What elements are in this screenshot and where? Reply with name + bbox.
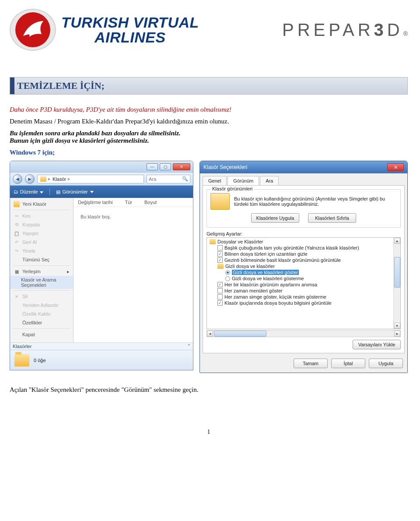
folder-views-icon xyxy=(210,193,230,210)
windows7-label: Windows 7 için; xyxy=(10,149,408,156)
radio-icon xyxy=(225,270,230,275)
menu-redo[interactable]: ↷Yinele xyxy=(10,246,73,255)
bird-icon xyxy=(20,17,46,43)
folder-icon xyxy=(217,264,224,269)
column-header[interactable]: Tür xyxy=(125,200,132,205)
explorer-window: — ▢ ✕ ◄ ► ▸ Klasör ▸ Ara 🔍 🗂Düzen xyxy=(10,161,193,370)
menu-remove-prop[interactable]: Özellik Kaldır xyxy=(10,310,73,318)
tab-strip: Genel Görünüm Ara xyxy=(200,173,407,185)
close-button[interactable]: ✕ xyxy=(387,163,404,171)
views-menu[interactable]: ▤Görünümler xyxy=(56,189,93,195)
tab-general[interactable]: Genel xyxy=(203,176,227,185)
tree-item[interactable]: ✓Gezinti bölmesinde basit klasör görünüm… xyxy=(208,257,392,263)
tab-search[interactable]: Ara xyxy=(260,176,279,185)
column-header[interactable]: Boyut xyxy=(144,200,157,205)
menu-copy[interactable]: ⧉Kopyala xyxy=(10,220,73,229)
instruction-text-3: Açılan "Klasör Seçenekleri" penceresinde… xyxy=(10,386,408,394)
tree-item[interactable]: Her zaman menüleri göster xyxy=(208,288,392,294)
tab-view[interactable]: Görünüm xyxy=(228,176,259,185)
minimize-button[interactable]: — xyxy=(147,163,158,170)
tree-item[interactable]: ✓Bilinen dosya türleri için uzantıları g… xyxy=(208,251,392,257)
explorer-toolbar: 🗂Düzenle ▤Görünümler xyxy=(10,186,193,198)
scroll-down-icon[interactable]: ▼ xyxy=(394,323,400,329)
copy-icon: ⧉ xyxy=(14,222,20,228)
instruction-text-2a: Bu işlemden sonra arka plandaki bazı dos… xyxy=(10,130,408,137)
brand-prepar3d: PREPAR3D® xyxy=(282,20,408,40)
breadcrumb[interactable]: ▸ Klasör ▸ xyxy=(37,175,144,183)
scrollbar-vertical[interactable]: ▲ ▼ xyxy=(393,238,400,329)
warning-text: Daha önce P3D kurulduysa, P3D'ye ait tüm… xyxy=(10,106,408,113)
tree-item-hide-hidden[interactable]: Gizli dosya ve klasörleri gösterme xyxy=(208,275,392,282)
menu-layout[interactable]: ▦Yerleşim▸ xyxy=(10,267,73,276)
scroll-thumb[interactable] xyxy=(394,257,400,288)
turkish-airlines-logo xyxy=(10,9,56,51)
folder-views-text: Bu klasör için kullandığınız görünümü (A… xyxy=(234,196,397,207)
dialog-titlebar: Klasör Seçenekleri ✕ xyxy=(200,161,407,173)
folders-pane-label[interactable]: Klasörler˄ xyxy=(10,342,193,350)
folder-icon xyxy=(210,239,216,244)
cancel-button[interactable]: İptal xyxy=(331,359,365,368)
status-bar: 0 öğe xyxy=(10,350,193,370)
page-header: TURKISH VIRTUAL AIRLINES PREPAR3D® xyxy=(10,9,408,51)
column-header[interactable]: Değiştirme tarihi xyxy=(78,200,112,205)
advanced-settings-label: Gelişmiş Ayarlar: xyxy=(206,231,401,236)
advanced-settings-tree[interactable]: Dosyalar ve Klasörler Başlık çubuğunda t… xyxy=(206,237,401,329)
tree-root[interactable]: Dosyalar ve Klasörler xyxy=(208,239,392,245)
delete-icon: ✕ xyxy=(14,293,20,299)
checkbox-icon xyxy=(217,288,223,293)
folder-icon xyxy=(14,201,20,207)
menu-cut[interactable]: ✂Kes xyxy=(10,211,73,220)
menu-undo[interactable]: ↶Geri Al xyxy=(10,238,73,246)
reset-folders-button[interactable]: Klasörleri Sıfırla xyxy=(308,213,356,223)
scroll-right-icon[interactable]: ► xyxy=(394,331,400,337)
page-number: 1 xyxy=(10,429,408,436)
tree-item[interactable]: ✓Klasör ipuçlarında dosya boyutu bilgisi… xyxy=(208,300,392,306)
tree-item[interactable]: ✓Her bir klasörün görünüm ayarlarını anı… xyxy=(208,282,392,288)
paste-icon: 📋 xyxy=(14,230,20,236)
menu-folder-search-options[interactable]: Klasör ve Arama Seçenekleri xyxy=(10,276,73,289)
status-text: 0 öğe xyxy=(34,358,46,363)
tree-item-show-hidden[interactable]: Gizli dosya ve klasörleri göster xyxy=(208,269,392,275)
tree-item[interactable]: Her zaman simge göster, küçük resim göst… xyxy=(208,294,392,300)
apply-button[interactable]: Uygula xyxy=(369,359,403,368)
cut-icon: ✂ xyxy=(14,213,20,219)
scroll-left-icon[interactable]: ◄ xyxy=(207,331,213,337)
checkbox-icon xyxy=(217,245,223,250)
scroll-up-icon[interactable]: ▲ xyxy=(394,238,400,244)
search-input[interactable]: Ara 🔍 xyxy=(147,175,190,183)
menu-paste[interactable]: 📋Yapıştır xyxy=(10,229,73,238)
undo-icon: ↶ xyxy=(14,239,20,245)
context-menu: Yeni Klasör ✂Kes ⧉Kopyala 📋Yapıştır ↶Ger… xyxy=(10,198,74,342)
folder-icon xyxy=(40,176,46,182)
checkbox-icon: ✓ xyxy=(217,300,223,306)
menu-delete[interactable]: ✕Sil xyxy=(10,292,73,301)
scrollbar-horizontal[interactable]: ◄ ► xyxy=(206,330,401,337)
instruction-text-1: Denetim Masası / Program Ekle-Kaldır'dan… xyxy=(10,118,408,125)
restore-defaults-button[interactable]: Varsayılanı Yükle xyxy=(353,340,401,349)
close-button[interactable]: ✕ xyxy=(173,163,190,170)
search-icon: 🔍 xyxy=(182,176,188,182)
menu-close[interactable]: Kapat xyxy=(10,330,73,339)
menu-select-all[interactable]: Tümünü Seç xyxy=(10,255,73,264)
nav-back-button[interactable]: ◄ xyxy=(13,174,22,184)
menu-new-folder[interactable]: Yeni Klasör xyxy=(10,200,73,208)
folder-icon xyxy=(14,354,29,366)
checkbox-icon: ✓ xyxy=(217,282,223,287)
file-list-area: Değiştirme tarihi Tür Boyut Bu klasör bo… xyxy=(74,198,193,342)
checkbox-icon xyxy=(217,294,223,299)
tree-item[interactable]: Başlık çubuğunda tam yolu görüntüle (Yal… xyxy=(208,245,392,251)
menu-rename[interactable]: Yeniden Adlandır xyxy=(10,301,73,310)
radio-icon xyxy=(225,276,230,281)
folder-views-group: Klasör görünümleri Bu klasör için kullan… xyxy=(206,189,401,228)
tree-group-hidden[interactable]: Gizli dosya ve klasörler xyxy=(208,263,392,269)
scroll-thumb[interactable] xyxy=(214,331,266,337)
empty-folder-text: Bu klasör boş. xyxy=(74,207,193,226)
nav-forward-button[interactable]: ► xyxy=(25,174,35,184)
folder-options-dialog: Klasör Seçenekleri ✕ Genel Görünüm Ara K… xyxy=(200,161,408,373)
ok-button[interactable]: Tamam xyxy=(294,359,328,368)
brand-turkish-virtual: TURKISH VIRTUAL AIRLINES xyxy=(61,15,199,45)
organize-menu[interactable]: 🗂Düzenle xyxy=(14,189,43,194)
apply-to-folders-button[interactable]: Klasörlere Uygula xyxy=(251,213,299,223)
menu-properties[interactable]: Özellikler xyxy=(10,318,73,327)
maximize-button[interactable]: ▢ xyxy=(160,163,171,170)
